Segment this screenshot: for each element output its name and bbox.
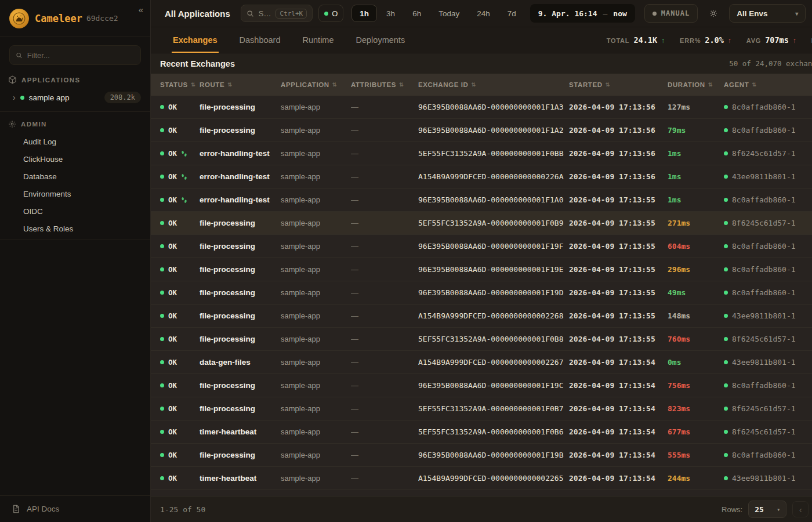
- app-title: Cameleer: [35, 13, 82, 24]
- exchange-agent: 8c0affadb860-1: [724, 288, 812, 297]
- trend-up-icon: ↑: [728, 37, 731, 45]
- sidebar-item-sample-app[interactable]: › sample app 208.2k: [0, 89, 150, 109]
- sidebar-item-users-roles[interactable]: Users & Roles: [0, 220, 150, 237]
- online-status-button[interactable]: O: [318, 5, 343, 22]
- chevron-down-icon: ▾: [777, 506, 780, 513]
- exchange-agent: 43ee9811b801-1: [724, 358, 812, 367]
- env-select[interactable]: All Envs ▾: [729, 4, 806, 23]
- global-search-button[interactable]: S… Ctrl+K: [241, 5, 313, 22]
- table-row[interactable]: OKerror-handling-testsample-app—5EF55FC3…: [151, 142, 812, 165]
- table-row[interactable]: OKfile-processingsample-app—5EF55FC31352…: [151, 397, 812, 420]
- table-row[interactable]: OKfile-processingsample-app—96E395B0088A…: [151, 281, 812, 304]
- filter-input[interactable]: [27, 51, 135, 60]
- time-range-6h[interactable]: 6h: [404, 5, 429, 22]
- sidebar-item-environments[interactable]: Environments: [0, 185, 150, 202]
- agent-dot: [724, 314, 728, 318]
- status-label: OK: [168, 103, 177, 111]
- table-row[interactable]: OKfile-processingsample-app—96E395B0088A…: [151, 235, 812, 258]
- exchange-summary: 50 of 24,070 exchanges: [729, 59, 812, 68]
- date-range-display[interactable]: 9. Apr. 16:14 – now: [530, 4, 635, 23]
- column-header-attributes[interactable]: ATTRIBUTES⇅: [351, 81, 418, 88]
- exchange-duration: 1ms: [668, 195, 724, 204]
- column-header-agent[interactable]: AGENT⇅: [724, 81, 812, 88]
- table-row[interactable]: OKfile-processingsample-app—96E395B0088A…: [151, 96, 812, 119]
- agent-id: 8c0affadb860-1: [732, 265, 796, 274]
- time-range-24h[interactable]: 24h: [469, 5, 498, 22]
- column-header-status[interactable]: STATUS⇅: [151, 81, 200, 88]
- table-row[interactable]: OKdata-gen-filessample-app—A154B9A999DFC…: [151, 351, 812, 374]
- tab-runtime[interactable]: Runtime: [302, 27, 335, 53]
- exchange-status: OK: [151, 149, 200, 158]
- search-icon: [16, 52, 23, 59]
- table-row[interactable]: OKfile-processingsample-app—96E395B0088A…: [151, 119, 812, 142]
- column-header-route[interactable]: ROUTE⇅: [200, 81, 281, 88]
- pagination-range: 1-25 of 50: [160, 505, 205, 514]
- rows-per-page-label: Rows:: [722, 505, 742, 514]
- exchange-id: 5EF55FC31352A9A-000000000001F0B6: [418, 427, 569, 436]
- table-row[interactable]: OKfile-processingsample-app—96E395B0088A…: [151, 444, 812, 467]
- table-row[interactable]: OKfile-processingsample-app—96E395B0088A…: [151, 258, 812, 281]
- stats-group: TOTAL24.1K↑ERR%2.0%↑AVG707ms↑P996.9s↑: [607, 27, 812, 53]
- column-header-exchange-id[interactable]: EXCHANGE ID⇅: [418, 81, 569, 88]
- agent-dot: [724, 198, 728, 202]
- exchange-duration: 1ms: [668, 149, 724, 158]
- exchange-duration: 49ms: [668, 288, 724, 297]
- time-range-3h[interactable]: 3h: [378, 5, 403, 22]
- theme-toggle-button[interactable]: [704, 4, 723, 23]
- sidebar-item-oidc[interactable]: OIDC: [0, 202, 150, 220]
- exchange-id: A154B9A999DFCED-0000000000002268: [418, 311, 569, 320]
- sidebar-item-clickhouse[interactable]: ClickHouse: [0, 150, 150, 168]
- expand-chevron-icon[interactable]: ›: [13, 93, 16, 102]
- table-row[interactable]: OKerror-handling-testsample-app—A154B9A9…: [151, 165, 812, 188]
- manual-refresh-button[interactable]: MANUAL: [644, 4, 698, 23]
- sidebar-item-database[interactable]: Database: [0, 168, 150, 185]
- exchange-attributes: —: [351, 172, 418, 181]
- table-row[interactable]: OKfile-processingsample-app—5EF55FC31352…: [151, 212, 812, 235]
- sidebar-item-audit-log[interactable]: Audit Log: [0, 133, 150, 150]
- exchange-application: sample-app: [281, 195, 351, 204]
- tab-deployments[interactable]: Deployments: [355, 27, 407, 53]
- sidebar-filter[interactable]: [9, 45, 141, 65]
- exchange-started: 2026-04-09 17:13:54: [569, 451, 668, 459]
- column-header-application[interactable]: APPLICATION⇅: [281, 81, 351, 88]
- time-range-1h[interactable]: 1h: [351, 5, 377, 22]
- tab-dashboard[interactable]: Dashboard: [238, 27, 282, 53]
- time-range-today[interactable]: Today: [430, 5, 467, 22]
- prev-page-button[interactable]: ‹: [792, 501, 809, 517]
- stat-avg: AVG707ms↑: [746, 35, 796, 45]
- exchange-id: A154B9A999DFCED-0000000000002267: [418, 358, 569, 367]
- tab-exchanges[interactable]: Exchanges: [172, 27, 219, 53]
- table-row[interactable]: OKfile-processingsample-app—A154B9A999DF…: [151, 304, 812, 328]
- admin-section-label: ADMIN: [0, 114, 150, 133]
- rows-per-page-select[interactable]: 25 ▾: [748, 501, 786, 518]
- agent-id: 8c0affadb860-1: [732, 242, 796, 251]
- table-row[interactable]: OKtimer-heartbeatsample-app—A154B9A999DF…: [151, 467, 812, 490]
- exchange-application: sample-app: [281, 288, 351, 297]
- agent-id: 8c0affadb860-1: [732, 451, 796, 459]
- column-header-started[interactable]: STARTED⇅: [569, 81, 668, 88]
- exchange-attributes: —: [351, 149, 418, 158]
- time-range-7d[interactable]: 7d: [499, 5, 524, 22]
- table-row[interactable]: OKtimer-heartbeatsample-app—5EF55FC31352…: [151, 420, 812, 444]
- column-label: ROUTE: [200, 81, 224, 88]
- table-row[interactable]: OKfile-processingsample-app—5EF55FC31352…: [151, 328, 812, 351]
- table-row[interactable]: OKfile-processingsample-app—96E395B0088A…: [151, 374, 812, 397]
- table-row[interactable]: OKerror-handling-testsample-app—96E395B0…: [151, 188, 812, 212]
- sidebar-collapse-icon[interactable]: «: [139, 5, 143, 14]
- build-hash: 69dcce2: [86, 14, 118, 23]
- trend-up-icon: ↑: [793, 37, 796, 45]
- exchange-attributes: —: [351, 358, 418, 367]
- exchange-status: OK: [151, 195, 200, 204]
- agent-id: 8c0affadb860-1: [732, 288, 796, 297]
- exchange-status: OK: [151, 381, 200, 390]
- status-dot: [160, 244, 164, 248]
- exchange-route: timer-heartbeat: [200, 427, 281, 436]
- sort-icon: ⇅: [191, 82, 195, 88]
- status-dot: [160, 453, 164, 457]
- sidebar-item-api-docs[interactable]: API Docs: [0, 495, 150, 522]
- exchange-route: file-processing: [200, 404, 281, 413]
- status-label: OK: [168, 149, 177, 158]
- exchange-application: sample-app: [281, 242, 351, 251]
- column-header-duration[interactable]: DURATION⇅: [668, 81, 724, 88]
- status-dot: [160, 198, 164, 202]
